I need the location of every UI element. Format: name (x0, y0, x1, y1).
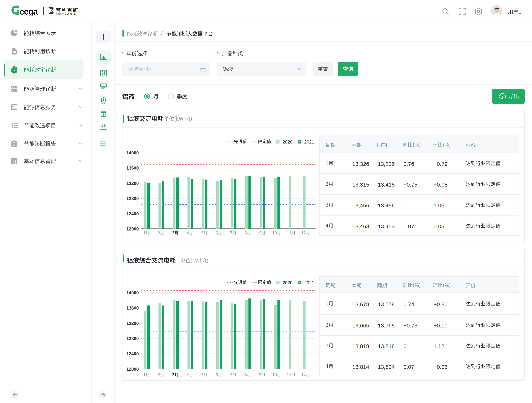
svg-text:14000: 14000 (126, 290, 139, 295)
svg-text:12800: 12800 (126, 196, 139, 201)
svg-text:13600: 13600 (126, 305, 139, 310)
svg-text:2021: 2021 (304, 280, 314, 285)
svg-text:13200: 13200 (126, 181, 139, 186)
svg-text:GEELY MATERIAL: GEELY MATERIAL (56, 13, 77, 15)
svg-text:12000: 12000 (126, 367, 139, 372)
svg-text:13600: 13600 (126, 165, 139, 170)
svg-text:12400: 12400 (126, 351, 139, 356)
svg-text:eega: eega (19, 7, 38, 16)
svg-text:13200: 13200 (126, 321, 139, 326)
svg-text:2020: 2020 (283, 280, 292, 285)
svg-text:2021: 2021 (304, 139, 314, 145)
svg-text:12400: 12400 (126, 211, 139, 216)
svg-text:14000: 14000 (126, 150, 139, 155)
svg-text:2020: 2020 (283, 139, 292, 145)
svg-text:12000: 12000 (126, 227, 139, 231)
svg-text:12800: 12800 (126, 336, 139, 341)
